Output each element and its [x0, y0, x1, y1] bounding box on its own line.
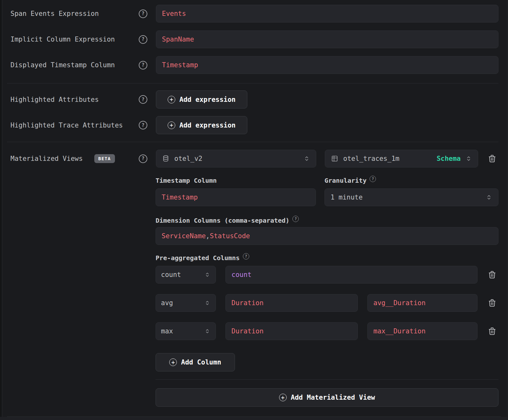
help-icon[interactable]: ?: [139, 10, 147, 18]
highlighted-trace-attributes-label: Highlighted Trace Attributes: [10, 121, 139, 129]
help-icon[interactable]: ?: [370, 176, 376, 182]
granularity-select[interactable]: 1 minute: [324, 188, 498, 206]
aggregation-expression-value: Duration: [231, 299, 264, 307]
mv-timestamp-column-value: Timestamp: [162, 194, 198, 201]
table-select[interactable]: otel_traces_1m Schema: [325, 150, 478, 167]
dimension-separator: ,: [206, 232, 210, 240]
granularity-label-group: Granularity ?: [324, 177, 376, 184]
chevron-updown-icon: [204, 328, 211, 334]
aggregation-expression-input[interactable]: Duration: [225, 294, 358, 312]
section-divider: [7, 83, 498, 83]
delete-materialized-view-button[interactable]: [488, 154, 497, 163]
add-column-button-label: Add Column: [181, 358, 221, 366]
help-icon[interactable]: ?: [139, 154, 147, 163]
aggregation-expression-input[interactable]: count: [225, 266, 478, 284]
dimension-column-value: StatusCode: [210, 232, 250, 240]
delete-column-button[interactable]: [488, 299, 497, 307]
trash-icon: [488, 299, 497, 307]
aggregation-select[interactable]: avg: [156, 294, 216, 312]
database-select-value: otel_v2: [174, 155, 203, 162]
add-materialized-view-button[interactable]: + Add Materialized View: [156, 388, 498, 407]
help-icon[interactable]: ?: [292, 216, 299, 222]
materialized-views-label: Materialized Views: [10, 155, 83, 162]
help-icon[interactable]: ?: [139, 95, 147, 104]
aggregation-select[interactable]: max: [156, 322, 216, 340]
add-expression-button[interactable]: + Add expression: [156, 116, 247, 134]
pre-aggregated-row: max Duration max__Duration: [156, 322, 478, 340]
implicit-column-expression-value: SpanName: [162, 36, 194, 43]
section-divider: [156, 379, 498, 380]
plus-circle-icon: +: [168, 96, 175, 103]
timestamp-column-label: Timestamp Column: [156, 177, 217, 184]
add-expression-button-label: Add expression: [179, 96, 236, 103]
schema-link[interactable]: Schema: [437, 155, 461, 162]
dimension-columns-label-group: Dimension Columns (comma-separated) ?: [156, 217, 299, 224]
help-icon[interactable]: ?: [139, 61, 147, 69]
add-expression-button-label: Add expression: [179, 121, 236, 129]
aggregation-expression-input[interactable]: Duration: [225, 322, 358, 340]
trash-icon: [488, 270, 497, 279]
granularity-label: Granularity: [324, 177, 366, 184]
form-row-materialized-views: Materialized Views BETA ? otel_v2 otel_t…: [10, 150, 498, 167]
delete-column-button[interactable]: [488, 327, 497, 336]
beta-badge: BETA: [94, 154, 115, 163]
aggregation-alias-input[interactable]: avg__Duration: [367, 294, 478, 312]
add-expression-button[interactable]: + Add expression: [156, 90, 247, 108]
help-icon[interactable]: ?: [243, 253, 249, 259]
highlighted-attributes-label: Highlighted Attributes: [10, 96, 139, 103]
pre-aggregated-row: avg Duration avg__Duration: [156, 294, 478, 312]
database-icon: [162, 155, 170, 162]
pre-aggregated-row: count count: [156, 266, 478, 284]
footer-strip: [0, 417, 508, 420]
chevron-updown-icon: [204, 272, 211, 278]
materialized-views-label-group: Materialized Views BETA: [10, 154, 139, 163]
aggregation-alias-input[interactable]: max__Duration: [367, 322, 478, 340]
implicit-column-expression-input[interactable]: SpanName: [156, 30, 498, 48]
aggregation-select-value: avg: [161, 299, 173, 307]
add-materialized-view-button-label: Add Materialized View: [291, 394, 375, 401]
pre-aggregated-columns-label: Pre-aggregated Columns: [156, 254, 240, 261]
help-icon[interactable]: ?: [139, 35, 147, 44]
table-select-value: otel_traces_1m: [343, 155, 399, 162]
form-row-implicit-column: Implicit Column Expression ? SpanName: [10, 30, 498, 48]
aggregation-alias-value: max__Duration: [373, 327, 425, 335]
displayed-timestamp-column-value: Timestamp: [162, 61, 198, 69]
panel-left-border: [0, 0, 2, 420]
database-select[interactable]: otel_v2: [156, 150, 316, 167]
help-icon[interactable]: ?: [139, 121, 147, 129]
trash-icon: [488, 154, 497, 163]
span-events-expression-input[interactable]: Events: [156, 5, 498, 23]
source-settings-form: Span Events Expression ? Events Implicit…: [0, 0, 508, 420]
delete-column-button[interactable]: [488, 270, 497, 279]
table-icon: [331, 155, 338, 162]
form-row-span-events: Span Events Expression ? Events: [10, 5, 498, 23]
plus-circle-icon: +: [279, 394, 287, 401]
chevron-updown-icon: [303, 155, 310, 162]
dimension-column-value: ServiceName: [162, 232, 206, 240]
chevron-updown-icon: [485, 194, 492, 201]
aggregation-expression-value: Duration: [231, 327, 264, 335]
chevron-updown-icon: [204, 300, 211, 306]
aggregation-select[interactable]: count: [156, 266, 216, 284]
span-events-expression-label: Span Events Expression: [10, 10, 139, 17]
chevron-updown-icon: [465, 155, 472, 162]
panel-right-border: [507, 0, 507, 420]
aggregation-select-value: max: [161, 327, 173, 335]
plus-circle-icon: +: [168, 121, 175, 129]
displayed-timestamp-column-input[interactable]: Timestamp: [156, 56, 498, 74]
dimension-columns-input[interactable]: ServiceName, StatusCode: [156, 227, 498, 245]
section-divider: [7, 142, 498, 142]
add-column-button[interactable]: + Add Column: [156, 353, 235, 371]
plus-circle-icon: +: [169, 358, 177, 366]
dimension-columns-label: Dimension Columns (comma-separated): [156, 217, 289, 224]
form-row-highlighted-attributes: Highlighted Attributes ? + Add expressio…: [10, 90, 498, 108]
form-row-highlighted-trace-attributes: Highlighted Trace Attributes ? + Add exp…: [10, 116, 498, 134]
aggregation-select-value: count: [161, 271, 181, 279]
aggregation-expression-value: count: [231, 271, 251, 279]
mv-timestamp-column-input[interactable]: Timestamp: [156, 188, 316, 206]
form-row-displayed-timestamp: Displayed Timestamp Column ? Timestamp: [10, 56, 498, 74]
span-events-expression-value: Events: [162, 10, 186, 17]
trash-icon: [488, 327, 497, 336]
granularity-value: 1 minute: [331, 194, 363, 201]
implicit-column-expression-label: Implicit Column Expression: [10, 36, 139, 43]
